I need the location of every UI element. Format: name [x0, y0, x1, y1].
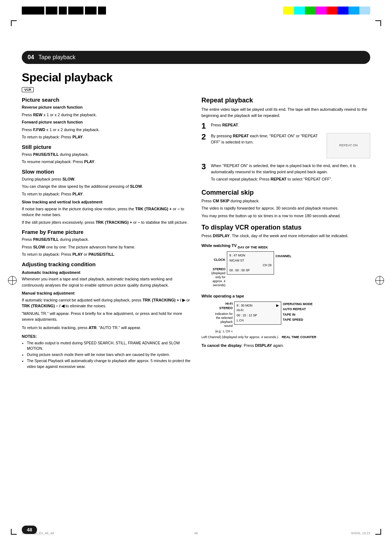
vcr-badge: VCR	[22, 87, 34, 92]
still-picture-heading: Still picture	[22, 144, 191, 150]
auto-tracking-text: Whenever you insert a tape and start pla…	[22, 276, 191, 288]
corner-mark-bl	[11, 529, 17, 535]
step-2-content: REPEAT ON By pressing REPEAT each time, …	[211, 133, 370, 160]
tape-speed-label: TAPE SPEED	[283, 318, 303, 321]
slow-text1: During playback press SLOW.	[22, 176, 191, 182]
footer-right: 8/4/05, 19:23	[351, 531, 370, 535]
step-1-content: Press REPEAT.	[211, 122, 370, 130]
step-3-number: 3	[201, 163, 208, 184]
still-text1: Press PAUSE/STILL during playback.	[22, 151, 191, 158]
color-green	[305, 7, 316, 15]
step-3-content: When "REPEAT ON" is selected, the tape i…	[211, 163, 370, 184]
tv-screen-container: DAY OF THE WEEK 8 : 47 MON NICAM ST CH 2…	[227, 251, 274, 275]
tape-line2: HI-FI	[237, 308, 279, 313]
stereo2-label: STEREO	[219, 306, 233, 310]
reverse-heading: Reverse picture search function	[22, 104, 191, 110]
crosshair-left	[8, 276, 17, 285]
corner-mark-tl	[11, 20, 17, 26]
corner-mark-br	[375, 529, 381, 535]
still-text2: To resume normal playback: Press PLAY.	[22, 159, 191, 165]
color-red	[327, 7, 338, 15]
frame-by-frame-heading: Frame by Frame picture	[22, 229, 191, 235]
two-column-layout: Picture search Reverse picture search fu…	[22, 97, 370, 370]
tape-line1: 8 : 30 MON ▶	[237, 303, 279, 308]
black-block	[46, 7, 57, 15]
chapter-title: Tape playback	[38, 54, 75, 61]
black-blocks-top	[22, 7, 106, 15]
repeat-on-box: REPEAT ON	[327, 133, 370, 158]
step-3: 3 When "REPEAT ON" is selected, the tape…	[201, 163, 370, 184]
page-number: 48	[22, 526, 37, 534]
note-item: During picture search mode there will be…	[27, 352, 191, 358]
color-blue	[338, 7, 348, 15]
slow-text4: If noise bars appear in the picture duri…	[22, 206, 191, 218]
channel-label: CHANNEL	[275, 254, 291, 258]
page-title: Special playback	[22, 71, 370, 84]
forward-text2: To return to playback: Press PLAY.	[22, 134, 191, 140]
tape-screen-container: 8 : 30 MON ▶ HI-FI 00 : 15 : 12 SP L CH	[234, 301, 281, 325]
cm-text2: The video is rapidly forwarded for appro…	[201, 205, 370, 211]
step-1: 1 Press REPEAT.	[201, 122, 370, 130]
auto-tracking-heading: Automatic tracking adjustment	[22, 270, 191, 276]
tv-diagram: CLOCK STEREO(displayedonly forapprox. 4s…	[201, 251, 370, 288]
slow-text2: You can change the slow speed by the add…	[22, 183, 191, 190]
tv-line2: NICAM ST	[229, 258, 271, 263]
day-of-week-label: DAY OF THE WEEK	[238, 246, 268, 249]
adjusting-tracking-heading: Adjusting tracking condition	[22, 261, 191, 267]
real-time-label: REAL TIME COUNTER	[282, 335, 316, 339]
display-vcr-heading: To display VCR operation status	[201, 224, 370, 231]
right-column: Repeat playback The entire video tape wi…	[201, 97, 370, 370]
stereo-sub: (displayedonly forapprox. 4seconds)	[211, 271, 225, 287]
slow-tracking-heading: Slow tracking and vertical lock adjustme…	[22, 199, 191, 205]
step-2-number: 2	[201, 133, 208, 160]
color-bar-top	[283, 7, 370, 15]
color-yellow	[283, 7, 294, 15]
auto-repeat-label: AUTO REPEAT	[283, 307, 306, 311]
play-icon: ▶	[276, 303, 279, 308]
note-item: The Special Playback will automatically …	[27, 358, 191, 370]
watching-tv-title: While watching TV	[201, 243, 370, 249]
forward-text1: Press F.FWD x 1 or x 2 during the playba…	[22, 127, 191, 133]
operating-mode-label: OPERATING MODE	[283, 302, 313, 306]
black-block	[98, 7, 106, 15]
cm-text1: Press CM SKIP during playback.	[201, 198, 370, 204]
main-content: Special playback VCR Picture search Reve…	[22, 71, 370, 526]
slow-text3: To return to playback: Press PLAY.	[22, 191, 191, 197]
tape-left-labels: HI-FI STEREO Indication forthe selectedp…	[201, 301, 234, 334]
notes-heading: NOTES:	[22, 333, 191, 340]
manual-tracking-text2: "MANUAL TR." will appear. Press it brief…	[22, 311, 191, 323]
repeat-intro: The entire video tape will be played unt…	[201, 106, 370, 118]
tv-line4: 00 : 00 : 00 SP	[229, 268, 271, 273]
tv-screen: 8 : 47 MON NICAM ST CH 29 00 : 00 : 00 S…	[227, 251, 274, 275]
hifi-label: HI-FI	[225, 302, 233, 305]
repeat-on-label: REPEAT ON	[339, 143, 358, 148]
tape-line4: L CH	[237, 318, 279, 323]
stereo-label: STEREO	[213, 267, 225, 271]
color-paleblue	[359, 7, 370, 15]
real-time-row: Left Channel) (displayed only for approx…	[201, 335, 370, 339]
notes-list: The audio output is muted during SPEED S…	[22, 340, 191, 370]
cm-text3: You may press the button up to six times…	[201, 213, 370, 219]
header-bar: 04 Tape playback	[22, 51, 370, 64]
fbf-text3: To return to playback: Press PLAY or PAU…	[22, 251, 191, 258]
repeat-playback-heading: Repeat playback	[201, 97, 370, 104]
atr-text: To return to automatic tracking, press A…	[22, 325, 191, 331]
tv-left-labels: CLOCK STEREO(displayedonly forapprox. 4s…	[201, 251, 227, 288]
fbf-text2: Press SLOW one by one: The picture advan…	[22, 244, 191, 250]
color-magenta	[316, 7, 327, 15]
watching-tv-section: While watching TV CLOCK STEREO(displayed…	[201, 243, 370, 288]
slow-motion-heading: Slow motion	[22, 169, 191, 175]
left-channel-label: Left Channel) (displayed only for approx…	[201, 335, 278, 339]
left-column: Picture search Reverse picture search fu…	[22, 97, 191, 370]
tv-right-labels: CHANNEL	[274, 251, 303, 258]
black-block	[59, 7, 67, 15]
manual-tracking-text1: If automatic tracking cannot be adjusted…	[22, 297, 191, 309]
manual-tracking-heading: Manual tracking adjustment	[22, 290, 191, 296]
step-1-number: 1	[201, 122, 208, 130]
chapter-number: 04	[28, 54, 34, 61]
commercial-skip-heading: Commercial skip	[201, 189, 370, 197]
page-number-container: 48 En	[22, 530, 27, 534]
tape-right-labels: OPERATING MODE AUTO REPEAT TAPE IN TAPE …	[281, 301, 314, 323]
tv-line1: 8 : 47 MON	[229, 253, 271, 258]
corner-mark-tr	[375, 20, 381, 26]
